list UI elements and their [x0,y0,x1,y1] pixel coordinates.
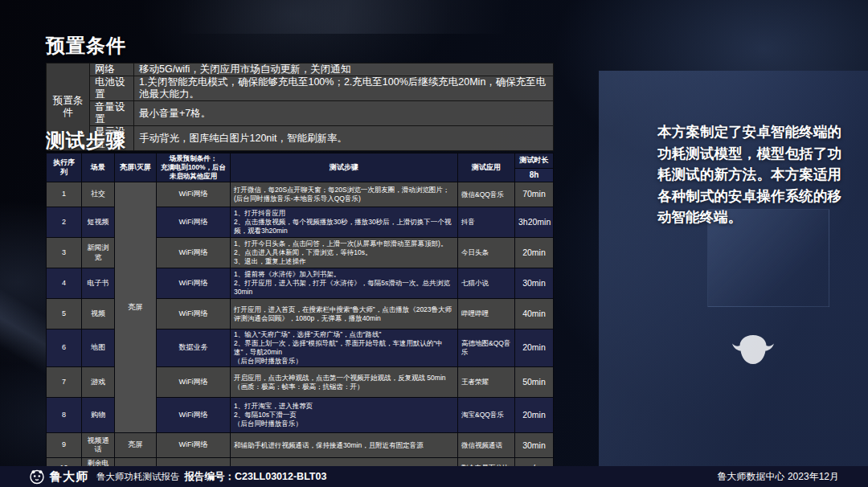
cell-precondition: WiFi网络 [157,398,231,433]
cell-seq: 7 [47,367,82,398]
cell-app: 今日头条 [458,238,515,268]
cell-scene: 电子书 [82,268,115,299]
slide: 预置条件 预置条件 网络 移动5G/wifi，关闭应用市场自动更新，关闭通知 电… [0,0,868,487]
cell-steps: 1、提前将《水浒传》加入到书架。 2、打开应用，进入书架，打开《水浒传》，每隔5… [231,268,458,299]
cell-duration: 50min [515,367,554,398]
cell-duration: 3h20min [515,207,554,238]
footer-bar: 鲁大师 鲁大师功耗测试报告 报告编号：C23LL03012-BLT03 鲁大师数… [0,466,868,487]
cell-steps: 1、打开今日头条，点击问答，上滑一次(从屏幕中部滑动至屏幕顶部)。 2、点击进入… [231,238,458,268]
brand-name: 鲁大师 [50,469,88,485]
cell-precondition: WiFi网络 [157,367,231,398]
cell-steps: 打开微信，每20S点开聊天窗；每20S浏览一次朋友圈，滑动浏览图片； (后台同时… [231,182,458,207]
header-app: 测试应用 [458,153,515,182]
cell-steps: 1、输入“天府广场”，选择“天府广场”，点击“路线” 2、界面上划一次，选择“模… [231,329,458,367]
cell-seq: 3 [47,238,82,268]
header-precondition: 场景预制条件： 充满电到100%，后台未启动其他应用 [157,153,231,182]
cell-scene: 新闻浏览 [82,238,115,268]
cell-scene: 社交 [82,182,115,207]
cell-scene: 购物 [82,398,115,433]
cell-app: 高德地图&QQ音乐 [458,329,515,367]
cell-app: 王者荣耀 [458,367,515,398]
preset-value: 移动5G/wifi，关闭应用市场自动更新，关闭通知 [134,63,554,76]
cell-precondition: WiFi网络 [157,299,231,329]
preset-value: 最小音量+7格。 [134,101,554,126]
cell-seq: 1 [47,182,82,207]
cell-precondition: WiFi网络 [157,182,231,207]
preset-value: 手动背光，图库纯白图片120nit，智能刷新率。 [134,126,554,151]
report-number-label: 报告编号： [185,471,235,482]
header-scene: 场景 [82,153,115,182]
report-number: 报告编号：C23LL03012-BLT03 [185,470,327,484]
cell-steps: 打开应用，进入首页，在搜索栏中搜索“鲁大师”，点击播放《2023鲁大师评测沟通会… [231,299,458,329]
cell-seq: 6 [47,329,82,367]
cell-screen-merged: 亮屏 [115,182,157,433]
cell-seq: 9 [47,433,82,458]
cell-precondition: WiFi网络 [157,207,231,238]
cell-duration: 20min [515,238,554,268]
brand: 鲁大师 [29,469,88,485]
preset-section-title: 预置条件 [46,33,126,59]
cell-seq: 2 [47,207,82,238]
cell-app: 抖音 [458,207,515,238]
cell-app: 淘宝&QQ音乐 [458,398,515,433]
preset-label: 网络 [90,63,134,76]
cell-steps: 和辅助手机进行视频通话，保持接通30min，且附近有固定音源 [231,433,458,458]
preset-value: 1.关闭智能充电模式，确保能够充电至100%；2.充电至100%后继续充电20M… [134,76,554,101]
cell-app: 哔哩哔哩 [458,299,515,329]
cell-scene: 游戏 [82,367,115,398]
table-row: 9 视频通话 亮屏 WiFi网络 和辅助手机进行视频通话，保持接通30min，且… [47,433,554,458]
cell-scene: 短视频 [82,207,115,238]
header-steps: 测试步骤 [231,153,458,182]
steps-section-title: 测试步骤 [46,128,126,153]
cell-precondition: 数据业务 [157,329,231,367]
preset-label: 电池设置 [90,76,134,101]
ludashi-logo-icon [29,469,45,485]
header-screen: 亮屏\灭屏 [115,153,157,182]
cell-scene: 视频通话 [82,433,115,458]
cell-precondition: WiFi网络 [157,238,231,268]
cell-screen: 亮屏 [115,433,157,458]
cell-app: 微信&QQ音乐 [458,182,515,207]
mascot-watermark-icon [731,333,775,366]
report-number-value: C23LL03012-BLT03 [235,471,326,482]
cell-duration: 30min [515,268,554,299]
cell-precondition: WiFi网络 [157,268,231,299]
cell-app: 七猫小说 [458,268,515,299]
cell-seq: 5 [47,299,82,329]
cell-seq: 4 [47,268,82,299]
cell-duration: 20min [515,398,554,433]
header-duration-total: 8h [515,168,554,182]
cell-duration: 20min [515,329,554,367]
cell-app: 微信视频通话 [458,433,515,458]
background-streak [137,0,603,34]
header-seq: 执行序列 [47,153,82,182]
cell-duration: 70min [515,182,554,207]
cell-duration: 40min [515,299,554,329]
preset-label: 音量设置 [90,101,134,126]
cell-steps: 开启应用，点击大神观战，点击第一个视频开始观战，反复观战 50min（画质：极高… [231,367,458,398]
cell-steps: 1、打开抖音应用 2、点击播放视频，每个视频播放30秒，播放30秒后，上滑切换下… [231,207,458,238]
footer-right-text: 鲁大师数据中心 2023年12月 [718,470,839,484]
cell-seq: 8 [47,398,82,433]
cell-precondition: WiFi网络 [157,433,231,458]
report-title: 鲁大师功耗测试报告 [96,471,180,483]
header-duration: 测试时长 [515,153,554,169]
cell-steps: 1、打开淘宝，进入推荐页 2、每隔10s下滑一页 （后台同时播放音乐） [231,398,458,433]
table-row: 1 社交 亮屏 WiFi网络 打开微信，每20S点开聊天窗；每20S浏览一次朋友… [47,182,554,207]
test-steps-table: 执行序列 场景 亮屏\灭屏 场景预制条件： 充满电到100%，后台未启动其他应用… [46,153,554,480]
cell-scene: 地图 [82,329,115,367]
cell-duration: 30min [515,433,554,458]
summary-note: 本方案制定了安卓智能终端的功耗测试模型，模型包括了功耗测试的新方法。本方案适用各… [657,121,841,228]
cell-scene: 视频 [82,299,115,329]
